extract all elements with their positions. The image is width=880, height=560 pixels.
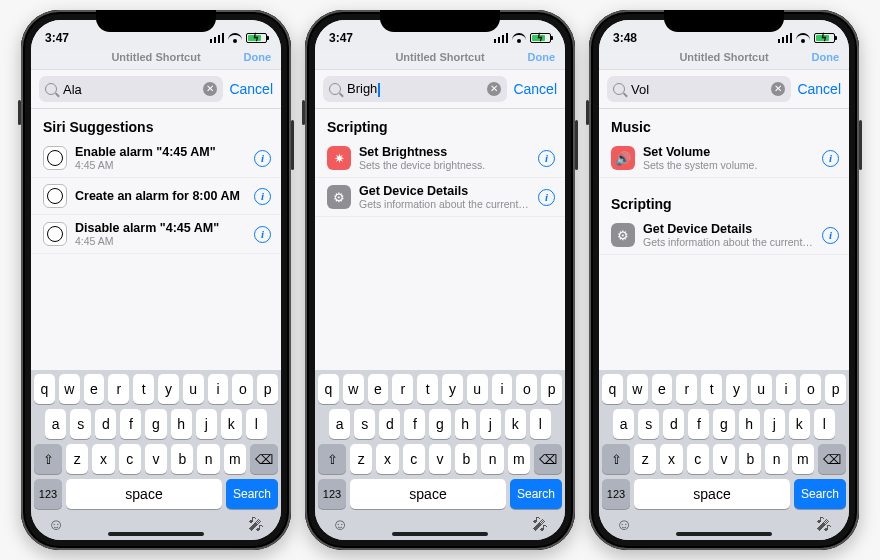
result-row[interactable]: 🔊Set VolumeSets the system volume.i (599, 139, 849, 178)
key-q[interactable]: q (34, 374, 55, 404)
key-b[interactable]: b (455, 444, 477, 474)
key-e[interactable]: e (84, 374, 105, 404)
key-n[interactable]: n (481, 444, 503, 474)
key-e[interactable]: e (368, 374, 389, 404)
key-g[interactable]: g (429, 409, 450, 439)
key-y[interactable]: y (726, 374, 747, 404)
shift-key[interactable]: ⇧ (34, 444, 62, 474)
result-row[interactable]: Create an alarm for 8:00 AMi (31, 178, 281, 215)
key-p[interactable]: p (825, 374, 846, 404)
key-l[interactable]: l (530, 409, 551, 439)
key-y[interactable]: y (158, 374, 179, 404)
key-r[interactable]: r (108, 374, 129, 404)
numbers-key[interactable]: 123 (34, 479, 62, 509)
key-s[interactable]: s (638, 409, 659, 439)
home-indicator[interactable] (108, 532, 204, 536)
key-i[interactable]: i (208, 374, 229, 404)
key-u[interactable]: u (183, 374, 204, 404)
shift-key[interactable]: ⇧ (602, 444, 630, 474)
key-v[interactable]: v (429, 444, 451, 474)
key-s[interactable]: s (70, 409, 91, 439)
numbers-key[interactable]: 123 (318, 479, 346, 509)
key-o[interactable]: o (800, 374, 821, 404)
keyboard[interactable]: qwertyuiopasdfghjkl⇧zxcvbnm⌫123spaceSear… (599, 370, 849, 540)
numbers-key[interactable]: 123 (602, 479, 630, 509)
backspace-key[interactable]: ⌫ (818, 444, 846, 474)
key-d[interactable]: d (379, 409, 400, 439)
emoji-icon[interactable]: ☺ (616, 516, 632, 534)
key-f[interactable]: f (688, 409, 709, 439)
key-t[interactable]: t (701, 374, 722, 404)
search-input[interactable]: Brigh✕ (323, 76, 507, 102)
clear-icon[interactable]: ✕ (203, 82, 217, 96)
key-m[interactable]: m (792, 444, 814, 474)
key-r[interactable]: r (392, 374, 413, 404)
cancel-button[interactable]: Cancel (229, 81, 273, 97)
cancel-button[interactable]: Cancel (797, 81, 841, 97)
done-button[interactable]: Done (812, 50, 840, 64)
key-q[interactable]: q (602, 374, 623, 404)
space-key[interactable]: space (350, 479, 506, 509)
done-button[interactable]: Done (244, 50, 272, 64)
key-l[interactable]: l (814, 409, 835, 439)
key-o[interactable]: o (232, 374, 253, 404)
info-icon[interactable]: i (822, 227, 839, 244)
clear-icon[interactable]: ✕ (487, 82, 501, 96)
info-icon[interactable]: i (822, 150, 839, 167)
search-input[interactable]: Vol✕ (607, 76, 791, 102)
result-row[interactable]: ⚙Get Device DetailsGets information abou… (315, 178, 565, 217)
space-key[interactable]: space (634, 479, 790, 509)
search-key[interactable]: Search (226, 479, 278, 509)
key-k[interactable]: k (789, 409, 810, 439)
key-x[interactable]: x (660, 444, 682, 474)
keyboard[interactable]: qwertyuiopasdfghjkl⇧zxcvbnm⌫123spaceSear… (315, 370, 565, 540)
key-u[interactable]: u (467, 374, 488, 404)
info-icon[interactable]: i (254, 226, 271, 243)
clear-icon[interactable]: ✕ (771, 82, 785, 96)
info-icon[interactable]: i (538, 150, 555, 167)
result-row[interactable]: Enable alarm "4:45 AM"4:45 AMi (31, 139, 281, 178)
home-indicator[interactable] (392, 532, 488, 536)
dictation-icon[interactable]: 🎤︎ (532, 516, 548, 534)
key-k[interactable]: k (221, 409, 242, 439)
key-k[interactable]: k (505, 409, 526, 439)
key-a[interactable]: a (613, 409, 634, 439)
key-v[interactable]: v (713, 444, 735, 474)
key-h[interactable]: h (455, 409, 476, 439)
key-w[interactable]: w (343, 374, 364, 404)
key-p[interactable]: p (257, 374, 278, 404)
key-j[interactable]: j (196, 409, 217, 439)
key-l[interactable]: l (246, 409, 267, 439)
key-q[interactable]: q (318, 374, 339, 404)
emoji-icon[interactable]: ☺ (332, 516, 348, 534)
key-s[interactable]: s (354, 409, 375, 439)
info-icon[interactable]: i (538, 189, 555, 206)
key-f[interactable]: f (120, 409, 141, 439)
key-n[interactable]: n (765, 444, 787, 474)
key-n[interactable]: n (197, 444, 219, 474)
shift-key[interactable]: ⇧ (318, 444, 346, 474)
dictation-icon[interactable]: 🎤︎ (816, 516, 832, 534)
key-e[interactable]: e (652, 374, 673, 404)
key-w[interactable]: w (627, 374, 648, 404)
key-t[interactable]: t (417, 374, 438, 404)
key-a[interactable]: a (45, 409, 66, 439)
key-g[interactable]: g (145, 409, 166, 439)
key-f[interactable]: f (404, 409, 425, 439)
key-h[interactable]: h (171, 409, 192, 439)
key-v[interactable]: v (145, 444, 167, 474)
dictation-icon[interactable]: 🎤︎ (248, 516, 264, 534)
key-h[interactable]: h (739, 409, 760, 439)
key-x[interactable]: x (92, 444, 114, 474)
key-x[interactable]: x (376, 444, 398, 474)
search-input[interactable]: Ala✕ (39, 76, 223, 102)
key-i[interactable]: i (492, 374, 513, 404)
info-icon[interactable]: i (254, 150, 271, 167)
key-c[interactable]: c (119, 444, 141, 474)
key-a[interactable]: a (329, 409, 350, 439)
key-o[interactable]: o (516, 374, 537, 404)
key-y[interactable]: y (442, 374, 463, 404)
key-t[interactable]: t (133, 374, 154, 404)
result-row[interactable]: Disable alarm "4:45 AM"4:45 AMi (31, 215, 281, 254)
key-d[interactable]: d (95, 409, 116, 439)
